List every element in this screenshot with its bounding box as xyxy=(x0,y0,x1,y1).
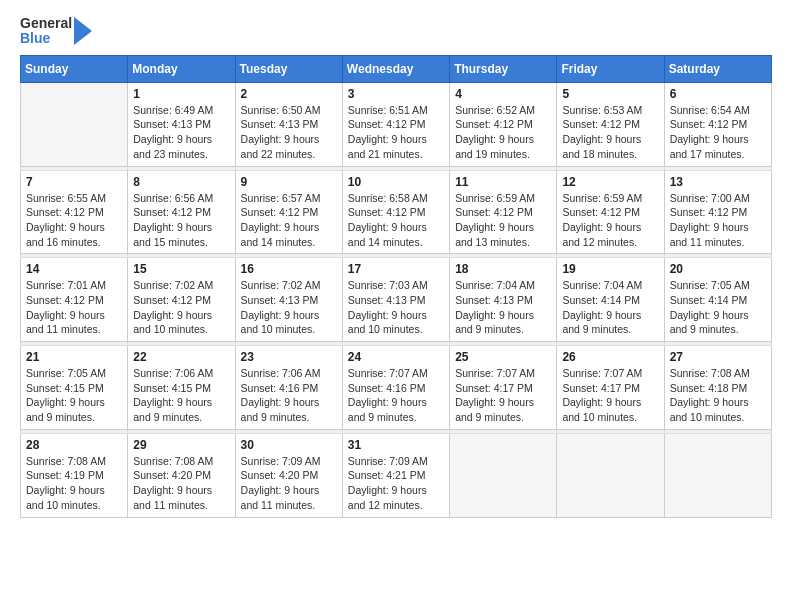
col-header-thursday: Thursday xyxy=(450,55,557,82)
calendar-cell: 11Sunrise: 6:59 AMSunset: 4:12 PMDayligh… xyxy=(450,170,557,254)
day-number: 31 xyxy=(348,438,444,452)
day-info: Sunrise: 7:09 AMSunset: 4:20 PMDaylight:… xyxy=(241,454,337,513)
calendar-cell: 23Sunrise: 7:06 AMSunset: 4:16 PMDayligh… xyxy=(235,346,342,430)
calendar-week-row: 28Sunrise: 7:08 AMSunset: 4:19 PMDayligh… xyxy=(21,433,772,517)
col-header-sunday: Sunday xyxy=(21,55,128,82)
calendar-cell: 18Sunrise: 7:04 AMSunset: 4:13 PMDayligh… xyxy=(450,258,557,342)
day-number: 27 xyxy=(670,350,766,364)
day-number: 12 xyxy=(562,175,658,189)
logo-text-block: General Blue xyxy=(20,16,72,47)
day-number: 25 xyxy=(455,350,551,364)
day-number: 18 xyxy=(455,262,551,276)
day-number: 10 xyxy=(348,175,444,189)
day-number: 30 xyxy=(241,438,337,452)
page-header: General Blue xyxy=(20,16,772,47)
calendar-cell: 8Sunrise: 6:56 AMSunset: 4:12 PMDaylight… xyxy=(128,170,235,254)
day-number: 6 xyxy=(670,87,766,101)
day-info: Sunrise: 7:08 AMSunset: 4:18 PMDaylight:… xyxy=(670,366,766,425)
calendar-cell: 5Sunrise: 6:53 AMSunset: 4:12 PMDaylight… xyxy=(557,82,664,166)
calendar-cell: 1Sunrise: 6:49 AMSunset: 4:13 PMDaylight… xyxy=(128,82,235,166)
day-info: Sunrise: 7:05 AMSunset: 4:14 PMDaylight:… xyxy=(670,278,766,337)
calendar-cell: 19Sunrise: 7:04 AMSunset: 4:14 PMDayligh… xyxy=(557,258,664,342)
col-header-friday: Friday xyxy=(557,55,664,82)
calendar-cell: 3Sunrise: 6:51 AMSunset: 4:12 PMDaylight… xyxy=(342,82,449,166)
logo-container: General Blue xyxy=(20,16,92,47)
day-info: Sunrise: 7:07 AMSunset: 4:16 PMDaylight:… xyxy=(348,366,444,425)
day-info: Sunrise: 7:08 AMSunset: 4:19 PMDaylight:… xyxy=(26,454,122,513)
day-number: 22 xyxy=(133,350,229,364)
day-info: Sunrise: 7:04 AMSunset: 4:14 PMDaylight:… xyxy=(562,278,658,337)
day-number: 29 xyxy=(133,438,229,452)
day-number: 24 xyxy=(348,350,444,364)
calendar-cell: 31Sunrise: 7:09 AMSunset: 4:21 PMDayligh… xyxy=(342,433,449,517)
day-info: Sunrise: 6:49 AMSunset: 4:13 PMDaylight:… xyxy=(133,103,229,162)
calendar-cell: 22Sunrise: 7:06 AMSunset: 4:15 PMDayligh… xyxy=(128,346,235,430)
day-info: Sunrise: 7:07 AMSunset: 4:17 PMDaylight:… xyxy=(562,366,658,425)
logo-arrow-icon xyxy=(74,17,92,45)
day-info: Sunrise: 7:04 AMSunset: 4:13 PMDaylight:… xyxy=(455,278,551,337)
day-info: Sunrise: 6:53 AMSunset: 4:12 PMDaylight:… xyxy=(562,103,658,162)
calendar-cell: 24Sunrise: 7:07 AMSunset: 4:16 PMDayligh… xyxy=(342,346,449,430)
day-info: Sunrise: 7:03 AMSunset: 4:13 PMDaylight:… xyxy=(348,278,444,337)
day-number: 23 xyxy=(241,350,337,364)
day-number: 9 xyxy=(241,175,337,189)
day-number: 3 xyxy=(348,87,444,101)
day-number: 19 xyxy=(562,262,658,276)
calendar-cell: 17Sunrise: 7:03 AMSunset: 4:13 PMDayligh… xyxy=(342,258,449,342)
day-info: Sunrise: 7:06 AMSunset: 4:16 PMDaylight:… xyxy=(241,366,337,425)
calendar-cell: 13Sunrise: 7:00 AMSunset: 4:12 PMDayligh… xyxy=(664,170,771,254)
day-info: Sunrise: 6:52 AMSunset: 4:12 PMDaylight:… xyxy=(455,103,551,162)
day-number: 4 xyxy=(455,87,551,101)
day-info: Sunrise: 7:05 AMSunset: 4:15 PMDaylight:… xyxy=(26,366,122,425)
calendar-cell: 10Sunrise: 6:58 AMSunset: 4:12 PMDayligh… xyxy=(342,170,449,254)
calendar-cell: 6Sunrise: 6:54 AMSunset: 4:12 PMDaylight… xyxy=(664,82,771,166)
col-header-saturday: Saturday xyxy=(664,55,771,82)
day-number: 14 xyxy=(26,262,122,276)
calendar-cell: 12Sunrise: 6:59 AMSunset: 4:12 PMDayligh… xyxy=(557,170,664,254)
day-info: Sunrise: 6:55 AMSunset: 4:12 PMDaylight:… xyxy=(26,191,122,250)
day-number: 7 xyxy=(26,175,122,189)
day-info: Sunrise: 7:01 AMSunset: 4:12 PMDaylight:… xyxy=(26,278,122,337)
calendar-table: SundayMondayTuesdayWednesdayThursdayFrid… xyxy=(20,55,772,518)
calendar-cell: 4Sunrise: 6:52 AMSunset: 4:12 PMDaylight… xyxy=(450,82,557,166)
day-info: Sunrise: 6:51 AMSunset: 4:12 PMDaylight:… xyxy=(348,103,444,162)
day-info: Sunrise: 6:59 AMSunset: 4:12 PMDaylight:… xyxy=(455,191,551,250)
day-info: Sunrise: 7:09 AMSunset: 4:21 PMDaylight:… xyxy=(348,454,444,513)
calendar-cell xyxy=(450,433,557,517)
day-number: 2 xyxy=(241,87,337,101)
day-info: Sunrise: 6:59 AMSunset: 4:12 PMDaylight:… xyxy=(562,191,658,250)
calendar-cell: 14Sunrise: 7:01 AMSunset: 4:12 PMDayligh… xyxy=(21,258,128,342)
calendar-cell: 27Sunrise: 7:08 AMSunset: 4:18 PMDayligh… xyxy=(664,346,771,430)
calendar-week-row: 7Sunrise: 6:55 AMSunset: 4:12 PMDaylight… xyxy=(21,170,772,254)
day-number: 16 xyxy=(241,262,337,276)
day-number: 21 xyxy=(26,350,122,364)
day-info: Sunrise: 7:02 AMSunset: 4:12 PMDaylight:… xyxy=(133,278,229,337)
day-info: Sunrise: 6:54 AMSunset: 4:12 PMDaylight:… xyxy=(670,103,766,162)
day-info: Sunrise: 6:58 AMSunset: 4:12 PMDaylight:… xyxy=(348,191,444,250)
day-number: 17 xyxy=(348,262,444,276)
col-header-wednesday: Wednesday xyxy=(342,55,449,82)
calendar-cell: 9Sunrise: 6:57 AMSunset: 4:12 PMDaylight… xyxy=(235,170,342,254)
calendar-cell: 16Sunrise: 7:02 AMSunset: 4:13 PMDayligh… xyxy=(235,258,342,342)
calendar-cell: 26Sunrise: 7:07 AMSunset: 4:17 PMDayligh… xyxy=(557,346,664,430)
logo-general: General xyxy=(20,16,72,31)
day-info: Sunrise: 7:06 AMSunset: 4:15 PMDaylight:… xyxy=(133,366,229,425)
calendar-cell: 15Sunrise: 7:02 AMSunset: 4:12 PMDayligh… xyxy=(128,258,235,342)
calendar-cell: 25Sunrise: 7:07 AMSunset: 4:17 PMDayligh… xyxy=(450,346,557,430)
day-info: Sunrise: 7:07 AMSunset: 4:17 PMDaylight:… xyxy=(455,366,551,425)
day-info: Sunrise: 6:50 AMSunset: 4:13 PMDaylight:… xyxy=(241,103,337,162)
col-header-tuesday: Tuesday xyxy=(235,55,342,82)
calendar-cell: 20Sunrise: 7:05 AMSunset: 4:14 PMDayligh… xyxy=(664,258,771,342)
calendar-week-row: 1Sunrise: 6:49 AMSunset: 4:13 PMDaylight… xyxy=(21,82,772,166)
calendar-cell: 29Sunrise: 7:08 AMSunset: 4:20 PMDayligh… xyxy=(128,433,235,517)
day-number: 13 xyxy=(670,175,766,189)
day-number: 11 xyxy=(455,175,551,189)
calendar-cell: 30Sunrise: 7:09 AMSunset: 4:20 PMDayligh… xyxy=(235,433,342,517)
calendar-cell xyxy=(21,82,128,166)
day-number: 1 xyxy=(133,87,229,101)
logo: General Blue xyxy=(20,16,92,47)
day-number: 26 xyxy=(562,350,658,364)
col-header-monday: Monday xyxy=(128,55,235,82)
day-info: Sunrise: 6:57 AMSunset: 4:12 PMDaylight:… xyxy=(241,191,337,250)
logo-blue: Blue xyxy=(20,31,72,46)
